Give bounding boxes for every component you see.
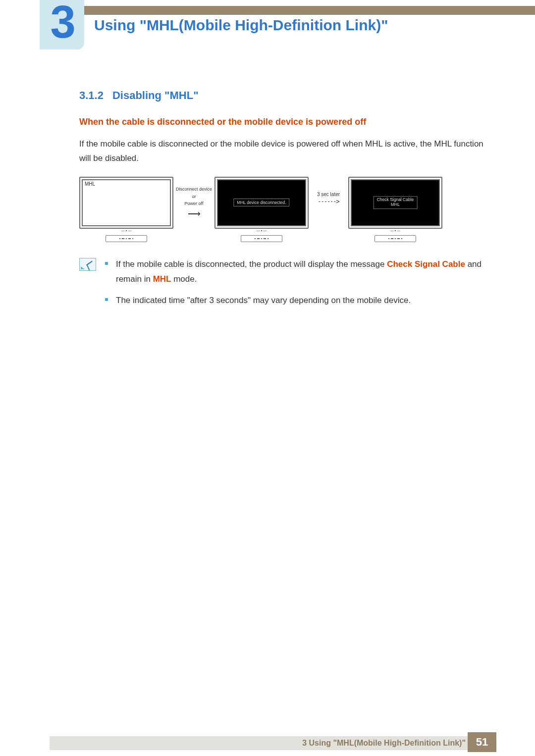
footer-page-number: 51 — [468, 732, 496, 752]
arrow-1-label-line2: or — [192, 194, 196, 200]
section-number: 3.1.2 — [79, 89, 104, 101]
note-item-2: The indicated time "after 3 seconds" may… — [105, 293, 485, 308]
monitor-stand — [106, 235, 147, 242]
note-1-prefix: If the mobile cable is disconnected, the… — [116, 259, 387, 269]
note-1-suffix: mode. — [171, 274, 197, 284]
chapter-title: Using "MHL(Mobile High-Definition Link)" — [94, 17, 388, 34]
monitor-stand — [241, 235, 282, 242]
monitor-3: Check Signal Cable MHL — • — — [348, 177, 442, 242]
arrow-2-label: 3 sec later — [317, 192, 340, 197]
note-icon — [79, 258, 96, 271]
dashed-arrow-right-icon: ------> — [318, 198, 339, 205]
header-stripe — [84, 6, 535, 15]
arrow-right-icon: ⟶ — [188, 208, 201, 219]
monitor-3-message-line2: MHL — [377, 202, 414, 207]
monitor-3-message: Check Signal Cable MHL — [374, 197, 418, 209]
note-1-highlight-1: Check Signal Cable — [387, 259, 465, 269]
section-heading: 3.1.2Disabling "MHL" — [79, 89, 485, 102]
monitor-1-tag: MHL — [85, 181, 95, 187]
monitor-stand — [374, 235, 416, 242]
sub-heading: When the cable is disconnected or the mo… — [79, 117, 485, 127]
diagram: MHL — • — Disconnect device or Power off… — [79, 177, 485, 242]
monitor-2: MHL device disconnected. — • — — [214, 177, 309, 242]
monitor-2-message: MHL device disconnected. — [233, 199, 289, 206]
arrow-1-label-line1: Disconnect device — [176, 187, 212, 192]
chapter-number: 3 — [50, 0, 73, 45]
arrow-3sec: 3 sec later ------> — [316, 177, 341, 205]
note-1-highlight-2: MHL — [153, 274, 171, 284]
brand-label: — • — — [257, 229, 267, 232]
chapter-badge: 3 — [40, 0, 84, 50]
footer-text: 3 Using "MHL(Mobile High-Definition Link… — [302, 737, 466, 749]
arrow-disconnect: Disconnect device or Power off ⟶ — [180, 177, 208, 219]
monitor-1: MHL — • — — [79, 177, 173, 242]
arrow-1-label-line3: Power off — [185, 201, 204, 206]
body-text: If the mobile cable is disconnected or t… — [79, 137, 485, 166]
note-item-1: If the mobile cable is disconnected, the… — [105, 257, 485, 287]
brand-label: — • — — [390, 229, 400, 232]
section-title: Disabling "MHL" — [112, 89, 199, 101]
brand-label: — • — — [121, 229, 131, 232]
note-list: If the mobile cable is disconnected, the… — [105, 257, 485, 315]
